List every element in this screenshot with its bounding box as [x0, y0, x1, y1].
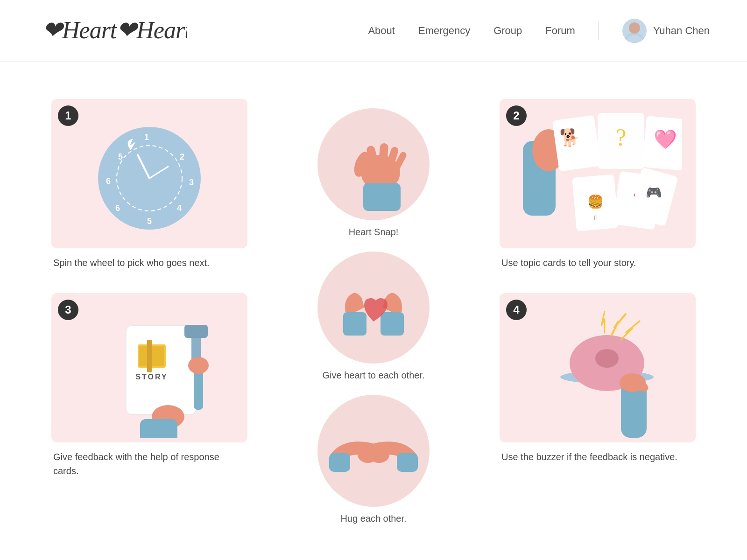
- nav-group[interactable]: Group: [493, 25, 522, 37]
- buzzer-illustration: [514, 298, 682, 438]
- svg-text:?: ?: [615, 124, 626, 151]
- middle-column: Heart Snap!: [261, 90, 486, 529]
- svg-point-60: [595, 349, 619, 368]
- step-4-desc: Use the buzzer if the feedback is negati…: [500, 450, 696, 464]
- svg-text:2: 2: [180, 152, 184, 161]
- hug-item: Hug each other.: [317, 395, 430, 524]
- svg-rect-24: [343, 312, 366, 336]
- step-4-image: 4: [500, 293, 696, 442]
- svg-text:F: F: [593, 215, 597, 222]
- svg-rect-27: [329, 453, 350, 472]
- step-2-image: 2 🐕 ? 🩷 🍔: [500, 99, 696, 248]
- clock-illustration: 1 2 3 4 5 6 5 6: [89, 113, 210, 234]
- step-1-desc: Spin the wheel to pick who goes next.: [51, 256, 247, 270]
- give-heart-item: Give heart to each other.: [317, 252, 430, 381]
- heart-snap-label: Heart Snap!: [349, 227, 399, 238]
- svg-rect-25: [381, 312, 404, 336]
- step-2-card: 2 🐕 ? 🩷 🍔: [486, 90, 710, 284]
- site-header: ❤Heart❤Heart♥ About Emergency Group Foru…: [0, 0, 747, 62]
- svg-text:STORY: STORY: [135, 373, 168, 381]
- heart-snap-item: Heart Snap!: [317, 108, 430, 238]
- main-nav: About Emergency Group Forum Yuhan Chen: [368, 19, 710, 43]
- step-4-card: 4: [486, 284, 710, 492]
- svg-point-57: [188, 357, 209, 374]
- hand-snap-illustration: [327, 118, 420, 211]
- hug-circle: [317, 395, 430, 507]
- steps-grid: 1 1 2 3 4 5 6 5 6: [37, 90, 710, 529]
- nav-forum[interactable]: Forum: [545, 25, 575, 37]
- svg-text:❤Heart❤Heart♥: ❤Heart❤Heart♥: [42, 17, 187, 43]
- hug-illustration: [327, 404, 420, 497]
- username: Yuhan Chen: [653, 25, 710, 37]
- nav-emergency[interactable]: Emergency: [418, 25, 470, 37]
- svg-point-2: [629, 22, 640, 34]
- svg-text:6: 6: [106, 176, 111, 186]
- svg-text:6: 6: [115, 203, 120, 213]
- step-1-number: 1: [58, 105, 78, 126]
- step-2-desc: Use topic cards to tell your story.: [500, 256, 696, 270]
- nav-divider: [599, 21, 599, 40]
- topic-cards-illustration: 🐕 ? 🩷 🍔 F $ 🎮: [514, 104, 682, 244]
- avatar: [622, 19, 647, 43]
- svg-rect-23: [363, 183, 401, 211]
- svg-text:🎮: 🎮: [646, 185, 662, 200]
- give-heart-circle: [317, 252, 430, 364]
- svg-point-28: [358, 446, 378, 463]
- svg-text:🍔: 🍔: [587, 194, 604, 210]
- svg-text:🩷: 🩷: [654, 128, 677, 150]
- svg-text:1: 1: [144, 133, 149, 142]
- step-3-desc: Give feedback with the help of response …: [51, 450, 247, 478]
- user-info: Yuhan Chen: [622, 19, 710, 43]
- step-3-card: 3 STORY: [37, 284, 261, 492]
- svg-rect-29: [397, 453, 418, 472]
- svg-text:🐕: 🐕: [559, 127, 580, 147]
- main-content: 1 1 2 3 4 5 6 5 6: [0, 62, 747, 557]
- svg-text:4: 4: [177, 203, 182, 213]
- svg-text:5: 5: [147, 217, 152, 226]
- step-3-image: 3 STORY: [51, 293, 247, 442]
- give-heart-label: Give heart to each other.: [322, 370, 424, 381]
- svg-text:3: 3: [189, 178, 194, 187]
- step-2-number: 2: [506, 105, 527, 126]
- hands-heart-illustration: [327, 261, 420, 354]
- step-1-image: 1 1 2 3 4 5 6 5 6: [51, 99, 247, 248]
- hug-label: Hug each other.: [340, 513, 406, 524]
- site-logo[interactable]: ❤Heart❤Heart♥: [37, 9, 187, 52]
- heart-snap-circle: [317, 108, 430, 220]
- svg-rect-55: [184, 325, 208, 338]
- svg-rect-53: [140, 419, 177, 438]
- step-3-number: 3: [58, 300, 78, 320]
- svg-rect-45: [126, 326, 196, 414]
- step-4-number: 4: [506, 300, 527, 320]
- nav-about[interactable]: About: [368, 25, 395, 37]
- svg-rect-48: [147, 340, 152, 372]
- story-card-illustration: STORY: [65, 298, 233, 438]
- step-1-card: 1 1 2 3 4 5 6 5 6: [37, 90, 261, 284]
- svg-text:5: 5: [118, 152, 123, 161]
